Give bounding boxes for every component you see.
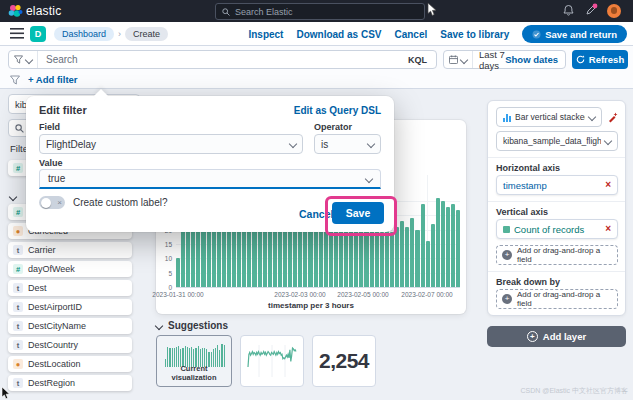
brand-name: elastic [26,4,61,18]
user-avatar[interactable] [607,4,621,18]
elastic-logo-icon [8,4,23,19]
suggestion-magic-icon[interactable] [607,111,619,123]
field-item-destcountry[interactable]: tDestCountry [8,337,132,353]
vertical-axis-dimension[interactable]: Count of records × [496,219,618,239]
current-visualization-label: Current visualization [157,364,231,382]
horizontal-axis-dimension[interactable]: timestamp × [496,175,618,195]
chevron-down-icon [365,174,373,182]
kibana-lens-editor: elastic Search Elastic D Dashboard›Creat… [0,0,633,400]
edit-as-query-dsl-link[interactable]: Edit as Query DSL [294,105,381,116]
layer-config-panel: Bar vertical stacked kibana_sample_data_… [487,100,626,316]
field-item-carrier[interactable]: tCarrier [8,242,132,258]
add-field-button-break-down[interactable]: + Add or drag-and-drop a field [496,289,618,309]
nav-action-inspect[interactable]: Inspect [248,29,283,40]
top-header: elastic Search Elastic [0,0,633,22]
field-item-destlocation[interactable]: ●DestLocation [8,356,132,372]
dialog-cancel-link[interactable]: Cancel [299,208,333,220]
field-item-dest[interactable]: tDest [8,280,132,296]
search-icon [222,8,230,16]
bar [446,207,450,287]
x-tick-label: 2023-02-03 00:00 [274,291,325,298]
suggestion-current-visualization[interactable]: Current visualization [156,335,232,387]
x-tick-label: 2023-02-07 00:00 [401,291,452,298]
nav-action-download-as-csv[interactable]: Download as CSV [296,29,381,40]
breadcrumb-dashboard[interactable]: Dashboard [54,27,114,41]
field-select[interactable]: FlightDelay [39,134,303,154]
string-field-icon: t [13,283,23,293]
add-field-button-vertical-axis[interactable]: + Add or drag-and-drop a field [496,245,618,265]
bar [421,204,425,287]
add-layer-button[interactable]: + Add layer [487,326,626,347]
remove-dimension-icon[interactable]: × [605,180,611,190]
field-item-destcityname[interactable]: tDestCityName [8,318,132,334]
bar [456,210,460,287]
notifications-bell-icon[interactable] [562,4,575,17]
bar [431,224,435,287]
field-item-destregion[interactable]: tDestRegion [8,375,132,391]
calendar-prefix[interactable] [444,51,473,68]
chart-type-select[interactable]: Bar vertical stacked [496,107,602,127]
bar [451,204,455,287]
refresh-button[interactable]: Refresh [572,50,628,69]
suggestion-line-chart[interactable] [240,335,304,387]
calendar-icon [449,55,458,64]
time-range-value[interactable]: Last 7 days [473,49,505,71]
value-combobox[interactable]: true [39,169,381,189]
suggestion-metric[interactable]: 2,254 [312,335,376,387]
suggestions-section-toggle[interactable]: Suggestions [156,320,228,331]
bar [415,230,419,287]
save-and-return-button[interactable]: Save and return [522,25,627,43]
remove-dimension-icon[interactable]: × [605,224,611,234]
watermark-text: CSDN @Elastic 中文社区官方博客 [521,386,628,396]
funnel-icon [14,55,23,64]
search-placeholder: Search [38,54,399,65]
show-dates-link[interactable]: Show dates [505,54,565,65]
switch-off-x-icon: × [57,196,62,209]
add-filter-row: + Add filter [10,74,78,85]
horizontal-axis-field[interactable]: timestamp [503,180,547,191]
add-filter-link[interactable]: + Add filter [28,74,78,85]
bar [405,227,409,287]
operator-select[interactable]: is [314,134,381,154]
line-sparkline [246,343,298,379]
filter-dropdown-prefix[interactable] [9,51,38,68]
dashboard-app-badge[interactable]: D [30,26,46,42]
kql-search-input[interactable]: Search KQL [8,50,437,69]
field-item-dayofweek[interactable]: #dayOfWeek [8,261,132,277]
string-field-icon: t [13,302,23,312]
x-axis-title: timestamp per 3 hours [156,301,466,310]
bar [436,198,440,287]
plus-circle-icon: + [527,331,538,342]
panel-data-view-select[interactable]: kibana_sample_data_flights [496,131,618,151]
kql-label[interactable]: KQL [399,55,436,65]
bar [426,241,430,287]
custom-label-text: Create custom label? [73,197,168,208]
menu-hamburger-icon[interactable] [10,28,24,39]
boolean-field-icon: ● [13,226,23,236]
save-and-return-label: Save and return [545,29,617,40]
field-label: DestRegion [28,378,75,388]
newsfeed-pencil-icon[interactable] [584,3,598,17]
date-picker[interactable]: Last 7 days Show dates [443,50,566,69]
operator-select-value: is [321,139,328,150]
available-fields-section-toggle[interactable] [10,186,16,204]
dialog-title: Edit filter [39,104,87,116]
chevron-down-icon [9,193,17,201]
string-field-icon: t [13,378,23,388]
chevron-down-icon [604,137,612,145]
field-label: dayOfWeek [28,264,75,274]
nav-actions: InspectDownload as CSVCancelSave to libr… [248,24,627,44]
field-label: DestLocation [28,359,81,369]
custom-label-switch[interactable]: × [39,196,65,209]
field-label: Carrier [28,245,56,255]
global-search-input[interactable]: Search Elastic [215,3,425,20]
nav-action-cancel[interactable]: Cancel [394,29,427,40]
breadcrumb-create: Create [125,27,168,41]
nav-action-save-to-library[interactable]: Save to library [440,29,509,40]
x-axis-line [176,287,460,288]
field-item-destairportid[interactable]: tDestAirportID [8,299,132,315]
add-field-label: Add or drag-and-drop a field [517,290,612,308]
dialog-save-button[interactable]: Save [332,202,384,224]
add-field-label: Add or drag-and-drop a field [517,246,612,264]
vertical-axis-field[interactable]: Count of records [514,224,584,235]
